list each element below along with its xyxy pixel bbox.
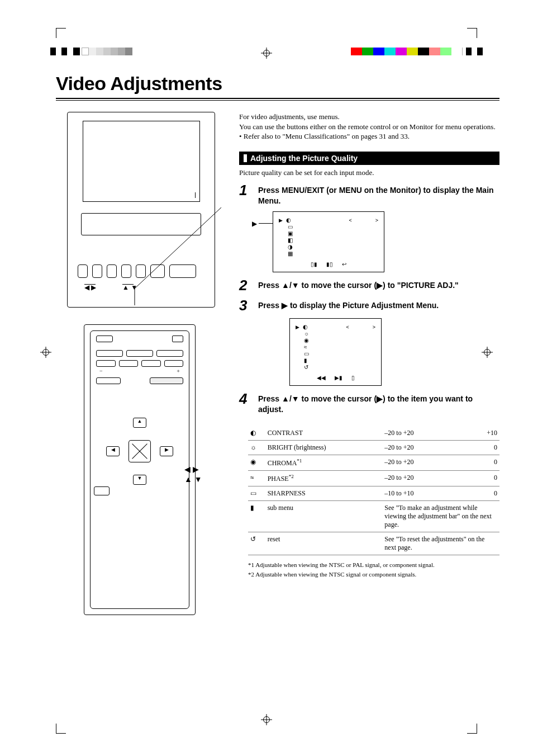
- step-text-2: Press ▲/▼ to move the cursor (▶) to "PIC…: [258, 278, 459, 291]
- crosshair-bottom: [261, 714, 272, 725]
- section-heading: Adjusting the Picture Quality: [239, 152, 499, 165]
- intro-text: For video adjustments, use menus. You ca…: [239, 112, 499, 141]
- intro-line-3: • Refer also to "Menu Classifications" o…: [239, 131, 499, 141]
- crosshair-left: [40, 347, 51, 358]
- remote-arrows-ud: ▲ ▼: [184, 474, 202, 484]
- step-number-1: 1: [239, 183, 253, 197]
- title-rule-thin: [56, 100, 499, 101]
- footnote-1: *1 Adjustable when viewing the NTSC or P…: [248, 561, 499, 569]
- menu-footer-icon: ↩: [342, 261, 346, 267]
- table-row: ↺ reset See "To reset the adjustments" o…: [248, 532, 499, 555]
- param-initial: +10: [463, 426, 499, 441]
- title-rule-thick: [56, 98, 499, 99]
- menu-footer-icon: ▮▯: [326, 261, 333, 267]
- crosshair-right: [482, 347, 493, 358]
- table-row: ☼ BRIGHT (brightness) –20 to +20 0: [248, 441, 499, 455]
- intro-line-2: You can use the buttons either on the re…: [239, 122, 499, 132]
- crop-mark-bl: [56, 724, 66, 734]
- remote-illustration: −+ ▲ ▼ ◀ ▶: [84, 324, 196, 615]
- picture-adj-menu-illustration: ▶◐<> ☼ ◉ ≈ ▭ ▮ ↺ ◀◀▶▮▯: [289, 318, 382, 386]
- monitor-arrows-lr: ◀ ▶: [84, 284, 96, 291]
- main-menu-illustration: ▶ ▶◐<> ▭ ▣ ◧ ◑ ▦ ▯▮▮▯↩: [273, 211, 384, 272]
- table-row: ▮ sub menu See "To make an adjustment wh…: [248, 501, 499, 532]
- table-row: ◉ CHROMA*1 –20 to +20 0: [248, 455, 499, 471]
- crosshair-top: [261, 48, 272, 59]
- section-subtext: Picture quality can be set for each inpu…: [239, 168, 499, 177]
- remote-arrows-lr: ◀ ▶: [184, 464, 202, 474]
- param-range: –20 to +20: [382, 426, 463, 441]
- step-text-4: Press ▲/▼ to move the cursor (▶) to the …: [258, 391, 499, 415]
- table-row: ≈ PHASE*2 –20 to +20 0: [248, 471, 499, 486]
- table-row: ▭ SHARPNESS –10 to +10 0: [248, 486, 499, 501]
- crop-mark-br: [467, 724, 477, 734]
- page-title: Video Adjustments: [56, 73, 499, 94]
- step-number-3: 3: [239, 298, 253, 313]
- menu-footer-icon: ▯▮: [311, 261, 317, 267]
- intro-line-1: For video adjustments, use menus.: [239, 112, 499, 122]
- parameters-table: ◐ CONTRAST –20 to +20 +10 ☼ BRIGHT (brig…: [248, 426, 499, 555]
- crop-mark-tl: [56, 28, 66, 38]
- registration-mark-top-right: [351, 48, 483, 55]
- cursor-icon: ▶: [252, 220, 257, 228]
- param-icon: ◐: [248, 426, 265, 441]
- table-row: ◐ CONTRAST –20 to +20 +10: [248, 426, 499, 441]
- monitor-illustration: ◀ ▶ ▲ ▼: [67, 112, 215, 308]
- crop-mark-tr: [467, 28, 477, 38]
- step-text-3: Press ▶ to display the Picture Adjustmen…: [258, 298, 439, 311]
- step-number-2: 2: [239, 278, 253, 292]
- footnote-2: *2 Adjustable when viewing the NTSC sign…: [248, 570, 499, 578]
- step-text-1: Press MENU/EXIT (or MENU on the Monitor)…: [258, 183, 499, 206]
- registration-mark-top-left: [50, 48, 132, 55]
- param-label: CONTRAST: [265, 426, 383, 441]
- monitor-arrows-ud: ▲ ▼: [122, 284, 137, 291]
- step-number-4: 4: [239, 391, 253, 406]
